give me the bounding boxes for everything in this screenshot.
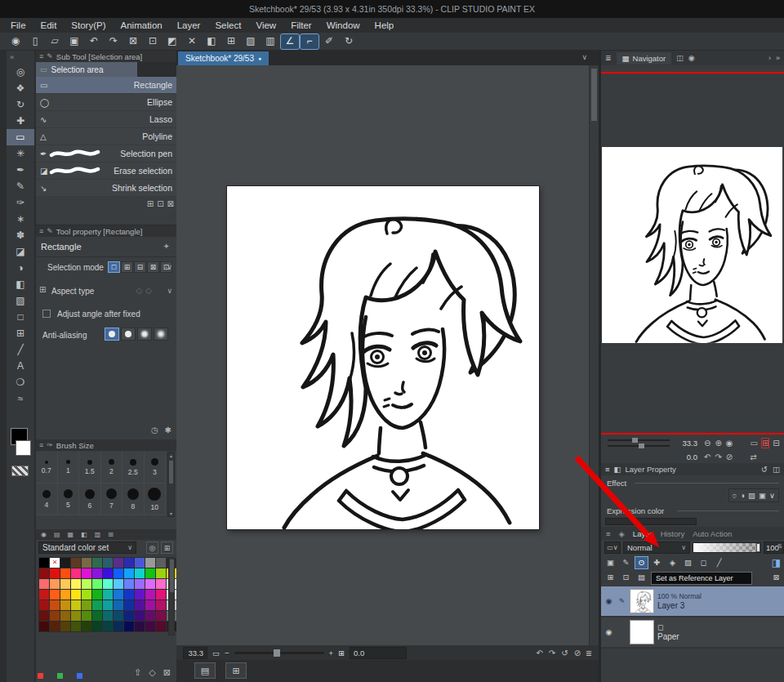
color-swatch[interactable] <box>124 590 134 600</box>
delete-icon[interactable]: ⊠ <box>163 667 171 678</box>
add-subtool-icon[interactable]: ⊞ <box>147 199 154 208</box>
color-swatch[interactable] <box>71 590 81 600</box>
color-swatch[interactable] <box>82 590 91 600</box>
color-swatch[interactable] <box>60 600 70 610</box>
tab-auto-action[interactable]: Auto Action <box>693 529 732 538</box>
zoom-slider-thumb[interactable] <box>274 649 280 657</box>
color-swatch[interactable] <box>114 558 123 568</box>
scroll-right-icon[interactable]: › <box>768 54 771 62</box>
duplicate-subtool-icon[interactable]: ⊡ <box>157 199 163 208</box>
layer-color-icon[interactable]: ▣ <box>604 557 617 568</box>
new-raster-layer-icon[interactable]: ⊞ <box>604 572 617 583</box>
color-swatch[interactable] <box>82 558 91 568</box>
color-swatch[interactable] <box>156 579 166 589</box>
scroll-down-icon[interactable]: ▾ <box>168 510 174 516</box>
scrollbar-thumb[interactable] <box>591 69 597 121</box>
selection-launcher-icon[interactable]: ∠ <box>281 34 299 49</box>
color-swatch[interactable] <box>135 611 145 621</box>
color-swatch[interactable] <box>60 622 70 631</box>
rotate-left-icon[interactable]: ↶ <box>536 649 542 657</box>
brush-size-header[interactable]: ≡ ✑ Brush Size <box>36 439 176 451</box>
figure-tool[interactable]: □ <box>7 309 34 325</box>
brush-tool[interactable]: ✑ <box>7 194 34 211</box>
slider-thumb[interactable] <box>639 444 644 448</box>
color-swatch[interactable] <box>39 579 49 589</box>
navigator-zoom-value[interactable]: 33.3 <box>670 439 697 448</box>
reset-display-icon[interactable]: ↻ <box>340 34 358 49</box>
fit-to-screen-icon[interactable]: ▭ <box>751 439 758 448</box>
edit-color-set-icon[interactable]: ◎ <box>146 542 158 554</box>
color-swatch[interactable] <box>39 622 49 631</box>
color-swatch[interactable] <box>135 590 145 600</box>
subtool-polyline[interactable]: △Polyline <box>36 128 176 145</box>
brush-scrollbar[interactable]: ▴ ▾ <box>167 452 175 517</box>
color-swatch[interactable] <box>156 590 166 600</box>
scroll-up-icon[interactable]: ▴ <box>168 452 174 458</box>
brush-size-6[interactable]: 6 <box>79 484 101 515</box>
delete-subtool-icon[interactable]: ⊠ <box>167 199 174 208</box>
subtool-rectangle[interactable]: ▭Rectangle <box>36 77 176 94</box>
brush-size-1[interactable]: 1 <box>58 452 80 484</box>
color-swatch[interactable] <box>114 579 123 589</box>
selection-launcher-2-icon[interactable]: ⌐ <box>301 34 318 49</box>
rotation-mini-slider[interactable] <box>608 445 670 447</box>
color-swatch[interactable] <box>39 558 49 568</box>
rotate-ccw-icon[interactable]: ↶ <box>704 452 710 461</box>
zoom-100-icon[interactable]: ◉ <box>726 439 733 448</box>
anti-aliasing-weak[interactable] <box>121 328 136 341</box>
color-swatch[interactable] <box>82 622 91 631</box>
color-swatch[interactable] <box>71 600 81 610</box>
dock-icon[interactable]: ◫ <box>773 465 780 474</box>
eye-icon[interactable]: ◉ <box>604 597 614 605</box>
panel-menu-icon[interactable]: ≡ <box>39 441 43 449</box>
collapse-icon[interactable]: » <box>7 51 34 64</box>
new-page-button[interactable]: ⊞ <box>225 662 247 679</box>
color-swatch[interactable] <box>145 590 155 600</box>
enable-mask-icon[interactable]: ◻ <box>697 557 710 568</box>
csp-home-icon[interactable]: ◉ <box>7 34 24 49</box>
subview-icon[interactable]: ◫ <box>676 54 684 62</box>
blend-tool[interactable]: ◑ <box>7 260 34 276</box>
color-swatch[interactable] <box>71 611 81 621</box>
reset-rotate-icon[interactable]: ⊘ <box>726 452 733 461</box>
select-layer-icon[interactable]: ◨ <box>770 557 782 568</box>
color-swatch[interactable] <box>39 568 49 578</box>
color-swatch[interactable] <box>60 611 70 621</box>
effect-border-icon[interactable]: ▣ <box>759 491 766 500</box>
opacity-slider-thumb[interactable] <box>756 543 760 552</box>
tool-property-header[interactable]: ≡ ✎ Tool property [Rectangle] <box>36 225 176 237</box>
selection-mode-caret-icon[interactable]: ∨ <box>167 263 172 271</box>
color-wheel-icon[interactable]: ◉ <box>41 531 47 538</box>
fit-icon[interactable]: ▭ <box>212 649 220 657</box>
delete-layer-icon[interactable]: ⊠ <box>770 572 782 583</box>
color-swatch[interactable] <box>114 590 123 600</box>
color-set-dropdown[interactable]: Standard color set ∨ <box>38 542 136 554</box>
intermediate-color-icon[interactable]: ⊞ <box>108 531 114 538</box>
undo-icon[interactable]: ↶ <box>85 34 103 49</box>
snap-ruler-icon[interactable]: ▨ <box>242 34 260 49</box>
auto-select-tool[interactable]: ✳ <box>7 145 34 162</box>
airbrush-tool[interactable]: ∗ <box>7 211 34 227</box>
color-swatch[interactable] <box>92 590 102 600</box>
layer-row-layer-3[interactable]: ◉✎100 % NormalLayer 3 <box>601 586 784 617</box>
panel-menu-icon[interactable]: ≡ <box>39 52 43 60</box>
palette-scrollbar[interactable] <box>168 557 175 635</box>
navigator-rotation-value[interactable]: 0.0 <box>670 452 697 461</box>
canvas-page[interactable] <box>227 186 539 529</box>
color-swatch[interactable] <box>92 568 102 578</box>
brush-size-5[interactable]: 5 <box>58 484 80 515</box>
subtool-ellipse[interactable]: ◯Ellipse <box>36 94 176 111</box>
deselect-icon[interactable]: ⊠ <box>124 34 142 49</box>
color-swatch[interactable] <box>124 568 134 578</box>
color-swatch[interactable] <box>156 622 166 631</box>
menu-story-p[interactable]: Story(P) <box>64 18 113 33</box>
color-swatch[interactable] <box>103 558 113 568</box>
adjust-angle-checkbox[interactable] <box>42 310 51 318</box>
tab-layer[interactable]: Layer <box>633 529 653 538</box>
brush-size-3[interactable]: 3 <box>145 452 167 484</box>
selection-mode-select-from[interactable]: ⊠ <box>147 261 159 273</box>
color-history-icon[interactable]: ▥ <box>95 531 101 538</box>
layer-property-header[interactable]: ≡ ◧ Layer Property ↺◫ <box>601 463 784 475</box>
brush-size-4[interactable]: 4 <box>36 484 58 515</box>
zoom-in-icon[interactable]: + <box>329 649 334 657</box>
